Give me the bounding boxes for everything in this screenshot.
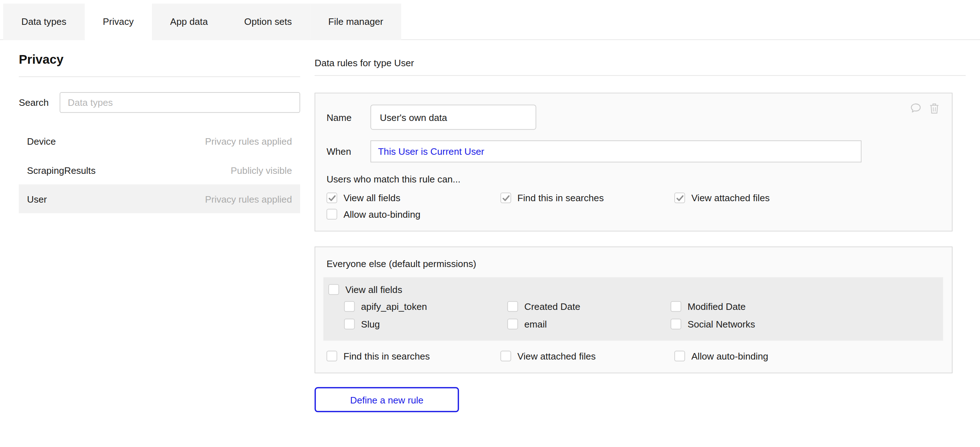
- tab-file-manager[interactable]: File manager: [310, 3, 401, 40]
- rule-card: Name When This User is Current User User…: [315, 93, 953, 231]
- panel-title: Data rules for type User: [315, 57, 966, 68]
- permissions-intro: Users who match this rule can...: [326, 174, 941, 185]
- default-permissions-title: Everyone else (default permissions): [326, 258, 941, 269]
- checkbox-label: Slug: [361, 318, 380, 329]
- rule-card-actions: [910, 102, 939, 114]
- when-condition-input[interactable]: This User is Current User: [371, 140, 862, 162]
- rule-name-row: Name: [326, 105, 941, 130]
- checkbox-label: Created Date: [524, 301, 581, 312]
- tab-label: Data types: [21, 16, 66, 27]
- checkbox-find-in-searches[interactable]: Find this in searches: [500, 192, 675, 204]
- checkbox-icon: [671, 318, 681, 329]
- when-label: When: [326, 146, 371, 157]
- checkbox-view-all-fields[interactable]: View all fields: [326, 192, 500, 204]
- data-type-list: Device Privacy rules applied ScrapingRes…: [19, 127, 300, 213]
- checkbox-label: email: [524, 318, 547, 329]
- checkbox-icon: [328, 284, 339, 295]
- checkbox-label: Modified Date: [688, 301, 746, 312]
- data-type-name: Device: [27, 136, 56, 146]
- field-row-1: apify_api_token Created Date: [344, 297, 943, 315]
- privacy-settings-page: Data types Privacy App data Option sets …: [0, 3, 980, 447]
- define-new-rule-button[interactable]: Define a new rule: [315, 387, 459, 412]
- checkbox-view-all-fields-default[interactable]: View all fields: [328, 284, 502, 295]
- page-title: Privacy: [19, 52, 300, 67]
- comment-icon[interactable]: [910, 102, 922, 114]
- checkbox-icon: [500, 350, 511, 361]
- checkbox-field-social-networks[interactable]: Social Networks: [671, 318, 834, 329]
- checkbox-icon: [675, 350, 685, 361]
- data-rules-panel: Data rules for type User: [315, 40, 980, 412]
- checkbox-label: Allow auto-binding: [344, 209, 420, 220]
- sidebar-divider: [19, 76, 300, 77]
- checkbox-icon: [671, 301, 681, 312]
- trash-icon[interactable]: [929, 102, 939, 114]
- tab-label: Option sets: [244, 16, 292, 27]
- checkbox-icon: [344, 301, 355, 312]
- content-area: Privacy Search Device Privacy rules appl…: [0, 40, 980, 412]
- checkbox-view-attached-files[interactable]: View attached files: [675, 192, 848, 204]
- checkbox-icon: [500, 192, 511, 204]
- checkbox-icon: [344, 318, 355, 329]
- tab-label: App data: [170, 16, 208, 27]
- list-item-device[interactable]: Device Privacy rules applied: [19, 127, 300, 156]
- tab-label: Privacy: [103, 16, 134, 27]
- tab-option-sets[interactable]: Option sets: [226, 3, 310, 40]
- search-row: Search: [19, 92, 300, 113]
- tab-bar: Data types Privacy App data Option sets …: [0, 3, 980, 40]
- rule-permissions-row-2: Allow auto-binding: [326, 209, 941, 220]
- field-row-2: Slug email: [344, 315, 943, 332]
- checkbox-icon: [507, 301, 518, 312]
- checkbox-label: View all fields: [345, 284, 402, 295]
- data-type-name: User: [27, 194, 47, 204]
- checkbox-label: View all fields: [344, 192, 400, 204]
- list-item-user[interactable]: User Privacy rules applied: [19, 184, 300, 213]
- checkbox-icon: [507, 318, 518, 329]
- rule-permissions-row-1: View all fields Find this in searches Vi…: [326, 192, 941, 204]
- rule-when-row: When This User is Current User: [326, 140, 941, 162]
- checkbox-icon: [675, 192, 685, 204]
- list-item-scrapingresults[interactable]: ScrapingResults Publicly visible: [19, 156, 300, 184]
- checkbox-allow-auto-binding-default[interactable]: Allow auto-binding: [675, 350, 848, 361]
- checkbox-find-in-searches-default[interactable]: Find this in searches: [326, 350, 500, 361]
- checkbox-label: View attached files: [691, 192, 770, 204]
- tab-app-data[interactable]: App data: [152, 3, 226, 40]
- field-checkbox-grid: apify_api_token Created Date: [344, 297, 943, 332]
- search-label: Search: [19, 97, 59, 108]
- checkbox-label: Allow auto-binding: [691, 350, 768, 361]
- fields-block: View all fields apify_api_token: [323, 277, 943, 340]
- privacy-sidebar: Privacy Search Device Privacy rules appl…: [0, 40, 315, 213]
- rule-name-input[interactable]: [371, 105, 536, 130]
- checkbox-icon: [326, 209, 337, 220]
- data-type-name: ScrapingResults: [27, 164, 95, 175]
- checkbox-field-slug[interactable]: Slug: [344, 318, 507, 329]
- tab-privacy[interactable]: Privacy: [84, 3, 152, 41]
- tab-label: File manager: [328, 16, 383, 27]
- default-permissions-row: Find this in searches View attached file…: [326, 350, 941, 361]
- checkbox-field-apify-api-token[interactable]: apify_api_token: [344, 301, 507, 312]
- checkbox-icon: [326, 192, 337, 204]
- checkbox-label: apify_api_token: [361, 301, 427, 312]
- privacy-status-label: Privacy rules applied: [205, 136, 292, 146]
- checkbox-allow-auto-binding[interactable]: Allow auto-binding: [326, 209, 500, 220]
- privacy-status-label: Privacy rules applied: [205, 194, 292, 204]
- default-permissions-card: Everyone else (default permissions) View…: [315, 247, 953, 373]
- checkbox-field-email[interactable]: email: [507, 318, 670, 329]
- checkbox-label: Find this in searches: [344, 350, 430, 361]
- tab-data-types[interactable]: Data types: [3, 3, 84, 40]
- checkbox-field-created-date[interactable]: Created Date: [507, 301, 670, 312]
- privacy-status-label: Publicly visible: [231, 164, 292, 175]
- checkbox-label: Find this in searches: [517, 192, 604, 204]
- checkbox-label: View attached files: [517, 350, 596, 361]
- when-condition-value: This User is Current User: [378, 146, 484, 157]
- name-label: Name: [326, 112, 371, 123]
- checkbox-label: Social Networks: [688, 318, 755, 329]
- checkbox-view-attached-files-default[interactable]: View attached files: [500, 350, 675, 361]
- search-input[interactable]: [60, 92, 300, 113]
- panel-divider: [315, 75, 966, 76]
- checkbox-icon: [326, 350, 337, 361]
- checkbox-field-modified-date[interactable]: Modified Date: [671, 301, 834, 312]
